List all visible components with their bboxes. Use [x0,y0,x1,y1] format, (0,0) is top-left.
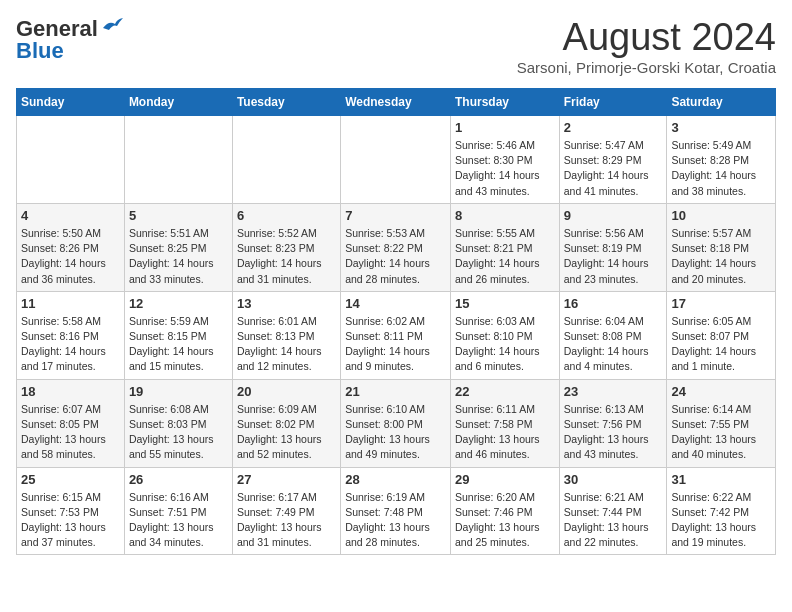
day-info: Sunrise: 6:03 AMSunset: 8:10 PMDaylight:… [455,314,555,375]
day-info: Sunrise: 6:11 AMSunset: 7:58 PMDaylight:… [455,402,555,463]
calendar-cell: 8Sunrise: 5:55 AMSunset: 8:21 PMDaylight… [450,203,559,291]
day-number: 21 [345,384,446,399]
calendar-cell [341,116,451,204]
day-info: Sunrise: 6:10 AMSunset: 8:00 PMDaylight:… [345,402,446,463]
calendar-cell: 5Sunrise: 5:51 AMSunset: 8:25 PMDaylight… [124,203,232,291]
day-number: 2 [564,120,663,135]
day-info: Sunrise: 6:09 AMSunset: 8:02 PMDaylight:… [237,402,336,463]
calendar-cell: 27Sunrise: 6:17 AMSunset: 7:49 PMDayligh… [232,467,340,555]
day-number: 31 [671,472,771,487]
calendar-cell: 19Sunrise: 6:08 AMSunset: 8:03 PMDayligh… [124,379,232,467]
day-number: 30 [564,472,663,487]
day-number: 5 [129,208,228,223]
calendar-cell: 1Sunrise: 5:46 AMSunset: 8:30 PMDaylight… [450,116,559,204]
day-info: Sunrise: 6:21 AMSunset: 7:44 PMDaylight:… [564,490,663,551]
calendar-cell [124,116,232,204]
calendar-cell: 17Sunrise: 6:05 AMSunset: 8:07 PMDayligh… [667,291,776,379]
title-area: August 2024 Sarsoni, Primorje-Gorski Kot… [517,16,776,76]
calendar-header-row: SundayMondayTuesdayWednesdayThursdayFrid… [17,89,776,116]
day-number: 17 [671,296,771,311]
day-info: Sunrise: 5:47 AMSunset: 8:29 PMDaylight:… [564,138,663,199]
day-info: Sunrise: 5:49 AMSunset: 8:28 PMDaylight:… [671,138,771,199]
calendar-cell: 12Sunrise: 5:59 AMSunset: 8:15 PMDayligh… [124,291,232,379]
calendar-cell: 29Sunrise: 6:20 AMSunset: 7:46 PMDayligh… [450,467,559,555]
day-number: 12 [129,296,228,311]
page-header: General Blue August 2024 Sarsoni, Primor… [16,16,776,76]
day-info: Sunrise: 6:14 AMSunset: 7:55 PMDaylight:… [671,402,771,463]
day-info: Sunrise: 6:01 AMSunset: 8:13 PMDaylight:… [237,314,336,375]
day-number: 8 [455,208,555,223]
calendar-cell: 16Sunrise: 6:04 AMSunset: 8:08 PMDayligh… [559,291,667,379]
weekday-header-saturday: Saturday [667,89,776,116]
day-info: Sunrise: 6:08 AMSunset: 8:03 PMDaylight:… [129,402,228,463]
day-info: Sunrise: 6:22 AMSunset: 7:42 PMDaylight:… [671,490,771,551]
day-number: 19 [129,384,228,399]
calendar-cell: 28Sunrise: 6:19 AMSunset: 7:48 PMDayligh… [341,467,451,555]
weekday-header-friday: Friday [559,89,667,116]
day-number: 11 [21,296,120,311]
day-info: Sunrise: 6:17 AMSunset: 7:49 PMDaylight:… [237,490,336,551]
logo-bird-icon [101,18,123,36]
day-info: Sunrise: 6:05 AMSunset: 8:07 PMDaylight:… [671,314,771,375]
calendar-week-row: 18Sunrise: 6:07 AMSunset: 8:05 PMDayligh… [17,379,776,467]
day-number: 14 [345,296,446,311]
calendar-week-row: 4Sunrise: 5:50 AMSunset: 8:26 PMDaylight… [17,203,776,291]
day-number: 15 [455,296,555,311]
day-info: Sunrise: 5:56 AMSunset: 8:19 PMDaylight:… [564,226,663,287]
calendar-cell: 7Sunrise: 5:53 AMSunset: 8:22 PMDaylight… [341,203,451,291]
day-number: 27 [237,472,336,487]
day-info: Sunrise: 6:19 AMSunset: 7:48 PMDaylight:… [345,490,446,551]
calendar-cell: 21Sunrise: 6:10 AMSunset: 8:00 PMDayligh… [341,379,451,467]
calendar-cell: 23Sunrise: 6:13 AMSunset: 7:56 PMDayligh… [559,379,667,467]
calendar-cell: 14Sunrise: 6:02 AMSunset: 8:11 PMDayligh… [341,291,451,379]
weekday-header-sunday: Sunday [17,89,125,116]
day-number: 1 [455,120,555,135]
day-info: Sunrise: 5:57 AMSunset: 8:18 PMDaylight:… [671,226,771,287]
calendar-cell: 11Sunrise: 5:58 AMSunset: 8:16 PMDayligh… [17,291,125,379]
day-number: 29 [455,472,555,487]
day-number: 28 [345,472,446,487]
calendar-cell: 22Sunrise: 6:11 AMSunset: 7:58 PMDayligh… [450,379,559,467]
day-info: Sunrise: 6:13 AMSunset: 7:56 PMDaylight:… [564,402,663,463]
logo: General Blue [16,16,123,64]
calendar-cell: 6Sunrise: 5:52 AMSunset: 8:23 PMDaylight… [232,203,340,291]
day-info: Sunrise: 6:15 AMSunset: 7:53 PMDaylight:… [21,490,120,551]
calendar-cell: 26Sunrise: 6:16 AMSunset: 7:51 PMDayligh… [124,467,232,555]
day-number: 25 [21,472,120,487]
day-info: Sunrise: 5:55 AMSunset: 8:21 PMDaylight:… [455,226,555,287]
calendar-cell [232,116,340,204]
day-number: 10 [671,208,771,223]
day-info: Sunrise: 5:58 AMSunset: 8:16 PMDaylight:… [21,314,120,375]
day-number: 16 [564,296,663,311]
calendar-cell: 25Sunrise: 6:15 AMSunset: 7:53 PMDayligh… [17,467,125,555]
day-number: 7 [345,208,446,223]
day-info: Sunrise: 6:20 AMSunset: 7:46 PMDaylight:… [455,490,555,551]
logo-blue-text: Blue [16,38,64,64]
calendar-cell: 3Sunrise: 5:49 AMSunset: 8:28 PMDaylight… [667,116,776,204]
day-number: 23 [564,384,663,399]
day-info: Sunrise: 5:51 AMSunset: 8:25 PMDaylight:… [129,226,228,287]
calendar-cell: 30Sunrise: 6:21 AMSunset: 7:44 PMDayligh… [559,467,667,555]
weekday-header-tuesday: Tuesday [232,89,340,116]
calendar-cell: 13Sunrise: 6:01 AMSunset: 8:13 PMDayligh… [232,291,340,379]
calendar-cell: 10Sunrise: 5:57 AMSunset: 8:18 PMDayligh… [667,203,776,291]
day-info: Sunrise: 5:52 AMSunset: 8:23 PMDaylight:… [237,226,336,287]
day-number: 9 [564,208,663,223]
day-info: Sunrise: 6:04 AMSunset: 8:08 PMDaylight:… [564,314,663,375]
calendar-table: SundayMondayTuesdayWednesdayThursdayFrid… [16,88,776,555]
day-info: Sunrise: 6:02 AMSunset: 8:11 PMDaylight:… [345,314,446,375]
calendar-cell: 9Sunrise: 5:56 AMSunset: 8:19 PMDaylight… [559,203,667,291]
day-info: Sunrise: 6:16 AMSunset: 7:51 PMDaylight:… [129,490,228,551]
day-info: Sunrise: 5:46 AMSunset: 8:30 PMDaylight:… [455,138,555,199]
day-number: 18 [21,384,120,399]
weekday-header-monday: Monday [124,89,232,116]
calendar-cell: 18Sunrise: 6:07 AMSunset: 8:05 PMDayligh… [17,379,125,467]
calendar-week-row: 1Sunrise: 5:46 AMSunset: 8:30 PMDaylight… [17,116,776,204]
month-title: August 2024 [517,16,776,59]
weekday-header-wednesday: Wednesday [341,89,451,116]
calendar-week-row: 11Sunrise: 5:58 AMSunset: 8:16 PMDayligh… [17,291,776,379]
day-number: 24 [671,384,771,399]
day-number: 3 [671,120,771,135]
day-number: 22 [455,384,555,399]
calendar-cell: 4Sunrise: 5:50 AMSunset: 8:26 PMDaylight… [17,203,125,291]
